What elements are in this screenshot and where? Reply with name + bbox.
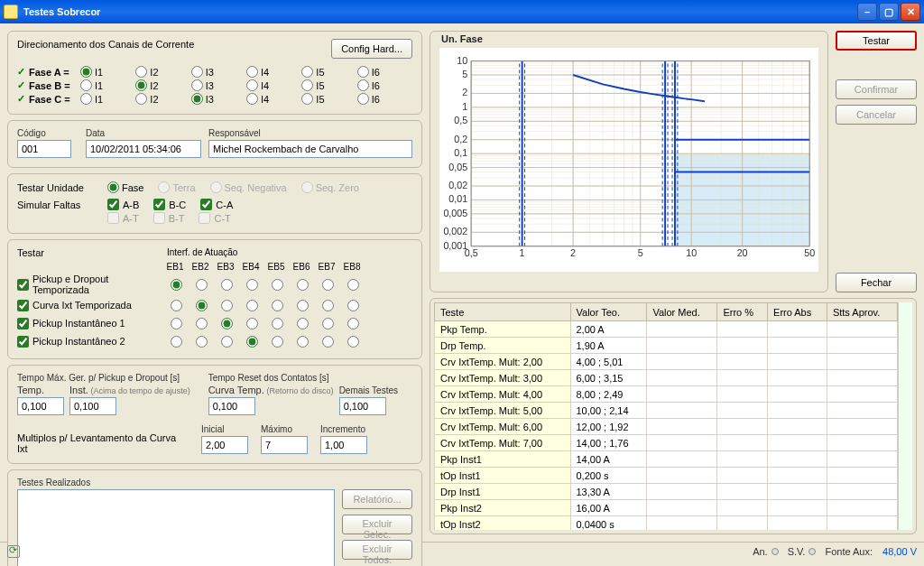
eb-radio[interactable] — [246, 336, 258, 348]
testar-button[interactable]: Testar — [836, 31, 917, 51]
eb-radio[interactable] — [322, 279, 334, 291]
eb-radio[interactable] — [171, 336, 182, 348]
eb-radio[interactable] — [246, 300, 258, 311]
responsavel-input[interactable] — [208, 140, 412, 158]
phase-radio[interactable]: I6 — [357, 66, 412, 78]
config-hard-button[interactable]: Config Hard... — [331, 39, 412, 59]
table-scrollbar[interactable] — [898, 302, 912, 530]
cb-ab[interactable]: A-B — [107, 199, 139, 210]
phase-radio[interactable]: I2 — [135, 79, 190, 91]
confirmar-button[interactable]: Confirmar — [836, 79, 917, 99]
eb-radio[interactable] — [221, 279, 233, 291]
phase-radio[interactable]: I2 — [135, 66, 190, 78]
eb-radio[interactable] — [272, 318, 283, 329]
eb-radio[interactable] — [322, 336, 334, 348]
check-icon: ✓ — [17, 66, 25, 78]
table-row[interactable]: Pkp Inst216,00 A — [435, 500, 898, 516]
inst-input[interactable] — [69, 397, 116, 415]
eb-radio[interactable] — [196, 279, 208, 291]
cancelar-button[interactable]: Cancelar — [836, 105, 917, 125]
eb-radio[interactable] — [297, 279, 309, 291]
eb-radio[interactable] — [272, 336, 283, 348]
eb-radio[interactable] — [221, 336, 233, 348]
table-row[interactable]: Crv IxtTemp. Mult: 4,008,00 ; 2,49 — [435, 386, 898, 403]
table-row[interactable]: Crv IxtTemp. Mult: 5,0010,00 ; 2,14 — [435, 403, 898, 419]
eb-radio[interactable] — [171, 279, 182, 291]
info-group: Código Data Responsável — [7, 120, 422, 168]
eb-radio[interactable] — [196, 318, 208, 329]
minimize-button[interactable]: – — [857, 3, 877, 21]
eb-radio[interactable] — [347, 300, 359, 311]
eb-radio[interactable] — [221, 300, 233, 311]
phase-radio[interactable]: I1 — [80, 66, 135, 78]
close-button[interactable]: ✕ — [901, 3, 920, 21]
eb-radio[interactable] — [347, 336, 359, 348]
phase-radio[interactable]: I1 — [80, 79, 135, 91]
eb-radio[interactable] — [272, 279, 283, 291]
table-row[interactable]: Crv IxtTemp. Mult: 3,006,00 ; 3,15 — [435, 370, 898, 386]
excluir-selec-button[interactable]: Excluir Selec. — [342, 515, 412, 534]
eb-radio[interactable] — [297, 318, 309, 329]
eb-radio[interactable] — [297, 300, 309, 311]
test-checkbox[interactable]: Pickup Instantâneo 2 — [17, 336, 162, 348]
codigo-input[interactable] — [17, 140, 71, 158]
cb-ca[interactable]: C-A — [200, 199, 233, 210]
eb-radio[interactable] — [246, 318, 258, 329]
phase-radio[interactable]: I3 — [191, 66, 246, 78]
radio-fase[interactable]: Fase — [107, 181, 143, 193]
test-checkbox[interactable]: Pickup e Dropout Temporizada — [17, 274, 162, 295]
table-row[interactable]: Crv IxtTemp. Mult: 7,0014,00 ; 1,76 — [435, 435, 898, 451]
table-row[interactable]: Crv IxtTemp. Mult: 6,0012,00 ; 1,92 — [435, 419, 898, 435]
phase-radio[interactable]: I5 — [301, 66, 356, 78]
eb-radio[interactable] — [171, 300, 182, 311]
phase-radio[interactable]: I2 — [135, 93, 190, 105]
eb-radio[interactable] — [272, 300, 283, 311]
phase-radio[interactable]: I5 — [301, 79, 356, 91]
eb-radio[interactable] — [246, 279, 258, 291]
eb-radio[interactable] — [196, 336, 208, 348]
phase-radio[interactable]: I4 — [246, 66, 301, 78]
table-row[interactable]: Crv IxtTemp. Mult: 2,004,00 ; 5,01 — [435, 354, 898, 370]
curva-input[interactable] — [208, 397, 255, 415]
phase-radio[interactable]: I4 — [246, 93, 301, 105]
max-input[interactable] — [261, 436, 308, 454]
eb-radio[interactable] — [322, 300, 334, 311]
check-icon: ✓ — [17, 93, 25, 105]
table-row[interactable]: Drp Temp.1,90 A — [435, 338, 898, 354]
refresh-icon[interactable] — [7, 545, 20, 558]
eb-radio[interactable] — [347, 279, 359, 291]
realizados-list[interactable] — [17, 489, 335, 566]
eb-radio[interactable] — [171, 318, 182, 329]
phase-radio[interactable]: I4 — [246, 79, 301, 91]
eb-radio[interactable] — [297, 336, 309, 348]
maximize-button[interactable]: ▢ — [879, 3, 899, 21]
relatorio-button[interactable]: Relatório... — [342, 489, 412, 509]
phase-radio[interactable]: I6 — [357, 79, 412, 91]
inicial-input[interactable] — [201, 436, 248, 454]
fechar-button[interactable]: Fechar — [836, 273, 917, 292]
table-row[interactable]: Pkp Inst114,00 A — [435, 451, 898, 468]
an-led — [772, 548, 779, 555]
inc-input[interactable] — [320, 436, 367, 454]
excluir-todos-button[interactable]: Excluir Todos. — [342, 540, 412, 560]
eb-radio[interactable] — [196, 300, 208, 311]
eb-radio[interactable] — [221, 318, 233, 329]
data-input[interactable] — [86, 140, 201, 158]
eb-radio[interactable] — [347, 318, 359, 329]
phase-radio[interactable]: I3 — [191, 79, 246, 91]
app-icon — [4, 5, 18, 19]
phase-radio[interactable]: I1 — [80, 93, 135, 105]
table-row[interactable]: Pkp Temp.2,00 A — [435, 321, 898, 338]
table-row[interactable]: Drp Inst113,30 A — [435, 484, 898, 500]
phase-radio[interactable]: I3 — [191, 93, 246, 105]
eb-radio[interactable] — [322, 318, 334, 329]
demais-input[interactable] — [339, 397, 386, 415]
test-checkbox[interactable]: Pickup Instantâneo 1 — [17, 318, 162, 329]
phase-radio[interactable]: I6 — [357, 93, 412, 105]
phase-radio[interactable]: I5 — [301, 93, 356, 105]
table-row[interactable]: tOp Inst10,200 s — [435, 468, 898, 484]
cb-bc[interactable]: B-C — [153, 199, 186, 210]
temp-input[interactable] — [17, 397, 64, 415]
test-checkbox[interactable]: Curva Ixt Temporizada — [17, 300, 162, 311]
table-row[interactable]: tOp Inst20,0400 s — [435, 516, 898, 531]
